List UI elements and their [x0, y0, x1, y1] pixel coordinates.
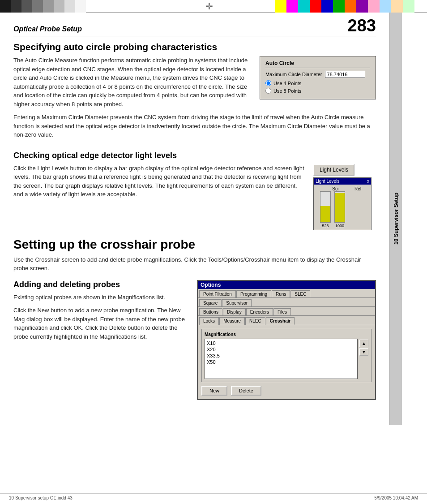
ll-bar1-number: 523 [322, 224, 329, 228]
ll-bar1-col: 523 [320, 191, 331, 228]
list-item[interactable]: X50 [206, 359, 356, 365]
radio-use4[interactable] [265, 80, 271, 86]
light-levels-widget: Light Levels Light Levels x Scr Ref [313, 164, 376, 230]
options-tabs-row1: Point Filtration Programming Runs SLEC [198, 289, 375, 298]
section4-left: Adding and deleting probes Existing opti… [13, 280, 188, 346]
swatch [32, 0, 43, 13]
swatch [333, 0, 345, 13]
ll-close[interactable]: x [367, 179, 369, 184]
right-swatches [275, 0, 427, 12]
section3-heading: Setting up the crosshair probe [13, 237, 376, 252]
swatch [54, 0, 64, 13]
tab-buttons[interactable]: Buttons [199, 308, 222, 315]
ll-bar2-wrapper [334, 191, 345, 223]
compass-center: ✛ [143, 0, 275, 12]
page-header: Optical Probe Setup 283 [13, 17, 376, 36]
radio-use8-label: Use 8 Points [273, 88, 301, 94]
auto-circle-title: Auto Circle [265, 60, 370, 68]
section-light-levels: Checking optical edge detector light lev… [13, 151, 376, 230]
tab-runs[interactable]: Runs [272, 290, 290, 297]
section4-body1: Existing optical probes are shown in the… [13, 293, 188, 302]
ll-bar1-wrapper [320, 191, 331, 223]
top-color-bar: ✛ [0, 0, 427, 13]
swatch [403, 0, 414, 13]
auto-circle-dialog: Auto Circle Maximum Circle Diameter Use … [260, 56, 376, 99]
magnifications-list[interactable]: X10 X20 X33.5 X50 [205, 339, 358, 379]
radio-use8[interactable] [265, 88, 271, 94]
tab-display[interactable]: Display [223, 308, 246, 315]
swatch [310, 0, 321, 13]
section2-body: Click the Light Levels button to display… [13, 164, 306, 199]
light-levels-dialog: Light Levels x Scr Ref [313, 177, 371, 230]
swatch [64, 0, 75, 13]
sidebar-tab-label: 10 Supervisor Setup [391, 188, 401, 249]
ll-col2-label: Ref [354, 186, 362, 191]
magnifications-label: Magnifications [205, 332, 368, 337]
options-body: Magnifications X10 X20 X33.5 X50 ▲ [198, 325, 375, 399]
scroll-buttons: ▲ ▼ [359, 339, 368, 379]
magnifications-group: Magnifications X10 X20 X33.5 X50 ▲ [201, 329, 371, 382]
ll-body: Scr Ref 523 [314, 185, 371, 230]
ll-title: Light Levels [316, 179, 339, 184]
swatch [0, 0, 11, 13]
swatch [11, 0, 21, 13]
swatch [275, 0, 286, 13]
new-button[interactable]: New [201, 386, 227, 396]
mag-list-wrapper: X10 X20 X33.5 X50 ▲ ▼ [205, 339, 368, 379]
tab-locks[interactable]: Locks [199, 317, 219, 325]
footer-right: 5/9/2005 10:04:42 AM [374, 495, 418, 500]
section3-body: Use the Crosshair screen to add and dele… [13, 255, 376, 273]
swatch [368, 0, 380, 13]
list-item[interactable]: X20 [206, 346, 356, 353]
tab-square[interactable]: Square [199, 299, 222, 306]
list-item[interactable]: X33.5 [206, 353, 356, 359]
tab-spacer [252, 299, 374, 306]
options-dialog-wrapper: Options Point Filtration Programming Run… [197, 280, 376, 405]
scroll-down-button[interactable]: ▼ [359, 348, 368, 356]
tab-point-filtration[interactable]: Point Filtration [199, 290, 236, 297]
tab-files[interactable]: Files [273, 308, 291, 315]
tab-crosshair[interactable]: Crosshair [266, 317, 295, 325]
compass-icon: ✛ [205, 1, 213, 12]
section4-heading: Adding and deleting probes [13, 280, 188, 289]
tab-slec[interactable]: SLEC [290, 290, 310, 297]
ll-bar2-number: 1000 [335, 224, 344, 228]
page-title: Optical Probe Setup [13, 25, 82, 33]
page-wrapper: Optical Probe Setup 283 Specifying auto … [0, 13, 427, 425]
footer-left: 10 Supervisor setup OE.indd 43 [9, 495, 73, 500]
ll-bars-row: 523 1000 [316, 192, 369, 228]
delete-button[interactable]: Delete [231, 386, 261, 396]
ll-bar2-fill [335, 193, 345, 222]
section1-body2: Entering a Maximum Circle Diameter preve… [13, 113, 376, 139]
section1-heading: Specifying auto circle probing character… [13, 42, 376, 52]
swatch [286, 0, 298, 13]
tab-programming[interactable]: Programming [236, 290, 271, 297]
section4-body2: Click the New button to add a new probe … [13, 306, 188, 341]
swatch [356, 0, 368, 13]
tab-nlec[interactable]: NLEC [245, 317, 265, 325]
radio-use4-label: Use 4 Points [273, 81, 301, 86]
section2-heading: Checking optical edge detector light lev… [13, 151, 376, 160]
tab-encoders[interactable]: Encoders [246, 308, 273, 315]
options-title-bar: Options [198, 281, 375, 289]
tab-measure[interactable]: Measure [219, 317, 245, 325]
options-tabs-row3: Buttons Display Encoders Files [198, 307, 375, 316]
list-item[interactable]: X10 [206, 340, 356, 346]
diameter-row: Maximum Circle Diameter [265, 71, 370, 78]
options-dialog: Options Point Filtration Programming Run… [197, 280, 376, 400]
ll-col-labels: Scr Ref [316, 186, 369, 191]
ll-col1-label: Scr [332, 186, 339, 191]
main-content: Optical Probe Setup 283 Specifying auto … [0, 13, 389, 425]
tab-supervisor[interactable]: Supervisor [222, 299, 252, 306]
scroll-up-button[interactable]: ▲ [359, 340, 368, 347]
sidebar-tab: 10 Supervisor Setup [389, 13, 402, 425]
options-title: Options [201, 282, 221, 288]
section-crosshair: Setting up the crosshair probe Use the C… [13, 237, 376, 273]
options-buttons: New Delete [201, 386, 371, 396]
light-levels-button[interactable]: Light Levels [313, 164, 354, 176]
radio-use8-row: Use 8 Points [265, 88, 370, 94]
page-number: 283 [348, 17, 376, 34]
swatch [345, 0, 356, 13]
section-auto-circle: Specifying auto circle probing character… [13, 42, 376, 144]
diameter-input[interactable] [325, 71, 365, 78]
